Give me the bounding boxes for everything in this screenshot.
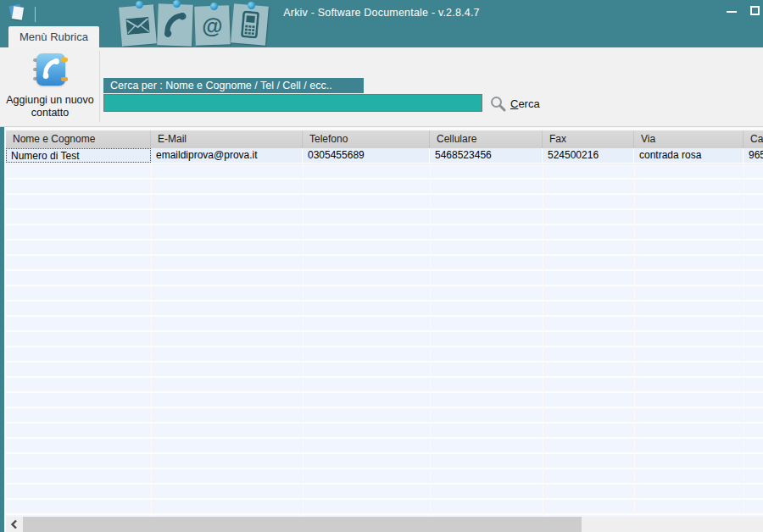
window-title: Arkiv - Software Documentale - v.2.8.4.7 — [0, 7, 763, 19]
cell-cellulare[interactable]: 5468523456 — [430, 148, 543, 163]
cell-via[interactable]: contrada rosa — [634, 148, 744, 163]
pinned-notes-graphic: @ — [119, 0, 276, 47]
ribbon-separator — [99, 51, 100, 122]
add-contact-label: Aggiungi un nuovo contatto — [3, 94, 97, 119]
note-phone — [157, 3, 193, 46]
column-header-via[interactable]: Via — [634, 130, 744, 148]
ribbon: Aggiungi un nuovo contatto Cerca per : N… — [0, 47, 763, 127]
column-header-email[interactable]: E-Mail — [151, 130, 303, 148]
note-envelope — [119, 4, 157, 46]
tab-menu-rubrica[interactable]: Menù Rubrica — [8, 26, 99, 47]
cell-fax[interactable]: 524500216 — [543, 148, 634, 163]
pushpin-icon — [210, 3, 218, 10]
table-empty-area — [6, 164, 763, 517]
chevron-left-icon — [10, 519, 18, 529]
search-button-label: Cerca — [510, 97, 540, 110]
envelope-icon — [125, 16, 150, 34]
horizontal-scrollbar[interactable] — [6, 517, 763, 532]
titlebar: Arkiv - Software Documentale - v.2.8.4.7 — [0, 0, 763, 47]
table-row[interactable]: Numero di Test emaildiprova@prova.it 030… — [6, 148, 763, 163]
cell-cap[interactable]: 9653 — [744, 148, 763, 163]
note-at: @ — [194, 5, 231, 45]
note-mobile — [231, 3, 269, 45]
cell-nome[interactable]: Numero di Test — [6, 148, 151, 163]
app-window: Arkiv - Software Documentale - v.2.8.4.7 — [0, 0, 763, 532]
pushpin-icon — [248, 2, 255, 9]
window-controls — [726, 5, 761, 17]
column-header-cellulare[interactable]: Cellulare — [430, 130, 543, 148]
search-caption: Cerca per : Nome e Cognome / Tel / Cell … — [103, 78, 364, 93]
column-header-nome[interactable]: Nome e Cognome — [6, 130, 151, 148]
address-book-icon — [32, 53, 68, 86]
maximize-button[interactable] — [749, 5, 761, 17]
scroll-left-button[interactable] — [6, 517, 22, 532]
mobile-phone-icon — [240, 10, 259, 39]
pushpin-icon — [173, 0, 181, 8]
search-input[interactable] — [103, 94, 482, 112]
maximize-icon — [750, 6, 760, 15]
column-header-cap[interactable]: Cap — [744, 130, 763, 148]
cell-email[interactable]: emaildiprova@prova.it — [151, 148, 303, 163]
column-header-fax[interactable]: Fax — [543, 130, 634, 148]
column-header-telefono[interactable]: Telefono — [303, 130, 430, 148]
pushpin-icon — [136, 1, 143, 8]
at-sign-icon: @ — [202, 14, 223, 36]
minimize-button[interactable] — [726, 5, 738, 17]
cell-telefono[interactable]: 0305455689 — [303, 148, 430, 163]
minimize-icon — [727, 11, 737, 13]
magnifier-icon — [489, 95, 507, 113]
table-header: Nome e Cognome E-Mail Telefono Cellulare… — [6, 130, 763, 148]
phone-handset-icon — [162, 11, 188, 39]
scrollbar-thumb[interactable] — [23, 517, 582, 532]
search-button[interactable]: Cerca — [489, 94, 540, 113]
add-contact-button[interactable]: Aggiungi un nuovo contatto — [3, 49, 97, 124]
